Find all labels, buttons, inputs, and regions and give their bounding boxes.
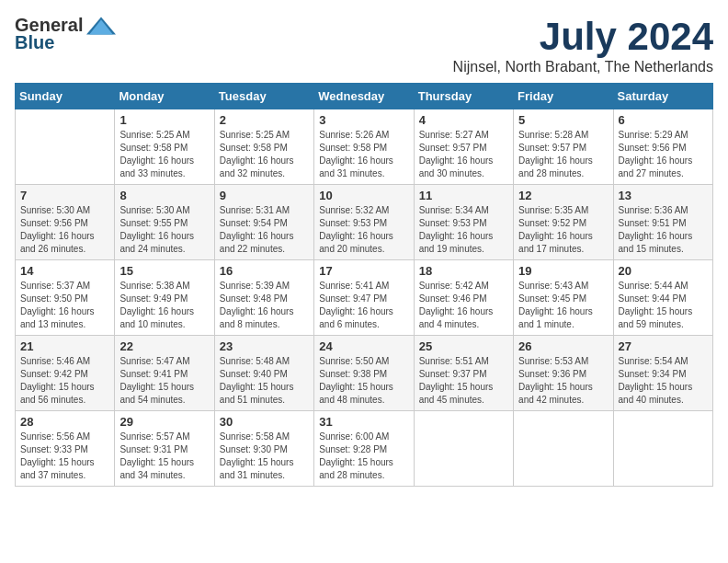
calendar-cell: 12Sunrise: 5:35 AM Sunset: 9:52 PM Dayli…	[514, 185, 613, 260]
calendar-cell: 4Sunrise: 5:27 AM Sunset: 9:57 PM Daylig…	[414, 109, 513, 185]
day-number: 8	[119, 189, 209, 202]
day-number: 26	[518, 339, 608, 353]
calendar-cell: 17Sunrise: 5:41 AM Sunset: 9:47 PM Dayli…	[314, 260, 414, 336]
calendar-cell: 10Sunrise: 5:32 AM Sunset: 9:53 PM Dayli…	[314, 185, 414, 260]
day-info: Sunrise: 5:53 AM Sunset: 9:36 PM Dayligh…	[518, 355, 608, 407]
week-row-4: 21Sunrise: 5:46 AM Sunset: 9:42 PM Dayli…	[16, 336, 713, 411]
day-info: Sunrise: 5:38 AM Sunset: 9:49 PM Dayligh…	[119, 280, 209, 331]
day-number: 1	[119, 113, 209, 127]
calendar-cell: 20Sunrise: 5:44 AM Sunset: 9:44 PM Dayli…	[613, 260, 712, 336]
header-wednesday: Wednesday	[314, 84, 414, 109]
logo-blue-text: Blue	[15, 32, 54, 53]
day-info: Sunrise: 5:58 AM Sunset: 9:30 PM Dayligh…	[220, 431, 309, 482]
calendar-cell	[514, 411, 613, 487]
calendar-cell: 15Sunrise: 5:38 AM Sunset: 9:49 PM Dayli…	[115, 260, 214, 336]
day-info: Sunrise: 6:00 AM Sunset: 9:28 PM Dayligh…	[319, 431, 408, 482]
week-row-2: 7Sunrise: 5:30 AM Sunset: 9:56 PM Daylig…	[16, 185, 713, 260]
calendar-cell	[613, 411, 712, 487]
day-number: 19	[518, 264, 608, 278]
calendar-cell: 23Sunrise: 5:48 AM Sunset: 9:40 PM Dayli…	[214, 336, 313, 411]
calendar-cell: 24Sunrise: 5:50 AM Sunset: 9:38 PM Dayli…	[314, 336, 414, 411]
calendar-cell: 18Sunrise: 5:42 AM Sunset: 9:46 PM Dayli…	[414, 260, 513, 336]
header-saturday: Saturday	[613, 84, 712, 109]
day-number: 14	[20, 264, 109, 278]
logo-icon	[86, 17, 116, 35]
calendar-cell: 16Sunrise: 5:39 AM Sunset: 9:48 PM Dayli…	[214, 260, 313, 336]
day-info: Sunrise: 5:47 AM Sunset: 9:41 PM Dayligh…	[119, 355, 209, 407]
logo: General Blue	[15, 15, 116, 53]
calendar-cell: 25Sunrise: 5:51 AM Sunset: 9:37 PM Dayli…	[414, 336, 513, 411]
calendar-cell: 30Sunrise: 5:58 AM Sunset: 9:30 PM Dayli…	[214, 411, 313, 487]
header-friday: Friday	[514, 84, 613, 109]
day-number: 24	[319, 339, 408, 353]
day-number: 16	[220, 264, 309, 278]
day-number: 6	[619, 113, 708, 127]
day-number: 7	[20, 189, 109, 202]
day-number: 4	[419, 113, 508, 127]
day-info: Sunrise: 5:54 AM Sunset: 9:34 PM Dayligh…	[619, 355, 708, 407]
calendar-cell	[414, 411, 513, 487]
location-title: Nijnsel, North Brabant, The Netherlands	[453, 59, 713, 75]
calendar-cell: 7Sunrise: 5:30 AM Sunset: 9:56 PM Daylig…	[16, 185, 115, 260]
day-number: 22	[119, 339, 209, 353]
calendar-cell: 9Sunrise: 5:31 AM Sunset: 9:54 PM Daylig…	[214, 185, 313, 260]
calendar-cell: 19Sunrise: 5:43 AM Sunset: 9:45 PM Dayli…	[514, 260, 613, 336]
day-number: 3	[319, 113, 408, 127]
day-number: 15	[119, 264, 209, 278]
day-info: Sunrise: 5:35 AM Sunset: 9:52 PM Dayligh…	[518, 204, 608, 256]
calendar-cell: 28Sunrise: 5:56 AM Sunset: 9:33 PM Dayli…	[16, 411, 115, 487]
day-number: 17	[319, 264, 408, 278]
day-info: Sunrise: 5:50 AM Sunset: 9:38 PM Dayligh…	[319, 355, 408, 407]
calendar-cell: 27Sunrise: 5:54 AM Sunset: 9:34 PM Dayli…	[613, 336, 712, 411]
day-info: Sunrise: 5:44 AM Sunset: 9:44 PM Dayligh…	[619, 280, 708, 331]
day-number: 30	[220, 415, 309, 429]
page-header: General Blue July 2024 Nijnsel, North Br…	[15, 15, 713, 75]
week-row-5: 28Sunrise: 5:56 AM Sunset: 9:33 PM Dayli…	[16, 411, 713, 487]
day-number: 2	[220, 113, 309, 127]
calendar-cell	[16, 109, 115, 185]
day-info: Sunrise: 5:46 AM Sunset: 9:42 PM Dayligh…	[20, 355, 109, 407]
day-info: Sunrise: 5:30 AM Sunset: 9:56 PM Dayligh…	[20, 204, 109, 256]
day-info: Sunrise: 5:43 AM Sunset: 9:45 PM Dayligh…	[518, 280, 608, 331]
day-info: Sunrise: 5:26 AM Sunset: 9:58 PM Dayligh…	[319, 129, 408, 180]
day-number: 21	[20, 339, 109, 353]
calendar-cell: 13Sunrise: 5:36 AM Sunset: 9:51 PM Dayli…	[613, 185, 712, 260]
calendar-cell: 8Sunrise: 5:30 AM Sunset: 9:55 PM Daylig…	[115, 185, 214, 260]
calendar-cell: 29Sunrise: 5:57 AM Sunset: 9:31 PM Dayli…	[115, 411, 214, 487]
header-thursday: Thursday	[414, 84, 513, 109]
day-info: Sunrise: 5:57 AM Sunset: 9:31 PM Dayligh…	[119, 431, 209, 482]
calendar-cell: 31Sunrise: 6:00 AM Sunset: 9:28 PM Dayli…	[314, 411, 414, 487]
day-info: Sunrise: 5:25 AM Sunset: 9:58 PM Dayligh…	[220, 129, 309, 180]
day-info: Sunrise: 5:31 AM Sunset: 9:54 PM Dayligh…	[220, 204, 309, 256]
day-info: Sunrise: 5:56 AM Sunset: 9:33 PM Dayligh…	[20, 431, 109, 482]
day-info: Sunrise: 5:29 AM Sunset: 9:56 PM Dayligh…	[619, 129, 708, 180]
day-info: Sunrise: 5:37 AM Sunset: 9:50 PM Dayligh…	[20, 280, 109, 331]
day-number: 11	[419, 189, 508, 202]
day-info: Sunrise: 5:28 AM Sunset: 9:57 PM Dayligh…	[518, 129, 608, 180]
calendar-cell: 2Sunrise: 5:25 AM Sunset: 9:58 PM Daylig…	[214, 109, 313, 185]
day-info: Sunrise: 5:41 AM Sunset: 9:47 PM Dayligh…	[319, 280, 408, 331]
week-row-3: 14Sunrise: 5:37 AM Sunset: 9:50 PM Dayli…	[16, 260, 713, 336]
title-section: July 2024 Nijnsel, North Brabant, The Ne…	[453, 15, 713, 75]
day-number: 25	[419, 339, 508, 353]
day-number: 9	[220, 189, 309, 202]
day-number: 20	[619, 264, 708, 278]
header-tuesday: Tuesday	[214, 84, 313, 109]
day-info: Sunrise: 5:34 AM Sunset: 9:53 PM Dayligh…	[419, 204, 508, 256]
calendar-cell: 11Sunrise: 5:34 AM Sunset: 9:53 PM Dayli…	[414, 185, 513, 260]
calendar-table: SundayMondayTuesdayWednesdayThursdayFrid…	[15, 83, 713, 487]
day-info: Sunrise: 5:32 AM Sunset: 9:53 PM Dayligh…	[319, 204, 408, 256]
day-number: 23	[220, 339, 309, 353]
day-number: 12	[518, 189, 608, 202]
day-info: Sunrise: 5:42 AM Sunset: 9:46 PM Dayligh…	[419, 280, 508, 331]
calendar-header-row: SundayMondayTuesdayWednesdayThursdayFrid…	[16, 84, 713, 109]
day-info: Sunrise: 5:30 AM Sunset: 9:55 PM Dayligh…	[119, 204, 209, 256]
calendar-cell: 5Sunrise: 5:28 AM Sunset: 9:57 PM Daylig…	[514, 109, 613, 185]
calendar-cell: 1Sunrise: 5:25 AM Sunset: 9:58 PM Daylig…	[115, 109, 214, 185]
calendar-cell: 22Sunrise: 5:47 AM Sunset: 9:41 PM Dayli…	[115, 336, 214, 411]
day-info: Sunrise: 5:36 AM Sunset: 9:51 PM Dayligh…	[619, 204, 708, 256]
week-row-1: 1Sunrise: 5:25 AM Sunset: 9:58 PM Daylig…	[16, 109, 713, 185]
day-number: 28	[20, 415, 109, 429]
calendar-cell: 3Sunrise: 5:26 AM Sunset: 9:58 PM Daylig…	[314, 109, 414, 185]
calendar-cell: 21Sunrise: 5:46 AM Sunset: 9:42 PM Dayli…	[16, 336, 115, 411]
